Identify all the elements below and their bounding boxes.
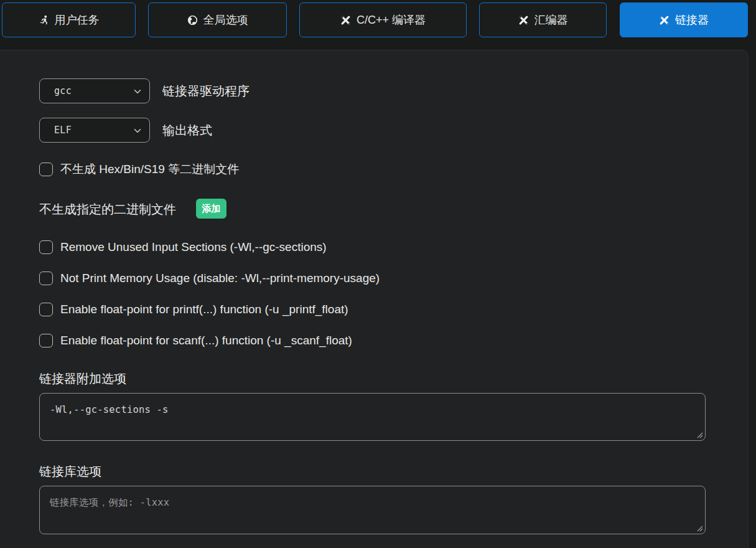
linker-driver-select[interactable]: gcc [39,78,150,103]
printf-float-label: Enable float-point for printf(...) funct… [60,301,348,318]
no-binary-checkbox-label: 不生成 Hex/Bin/S19 等二进制文件 [60,161,239,177]
tab-global-options[interactable]: 全局选项 [148,2,287,37]
tab-linker[interactable]: 链接器 [620,2,748,37]
lib-options-label: 链接库选项 [39,463,101,479]
tools-icon [518,15,529,26]
tab-label: 用户任务 [55,12,100,27]
lib-options-input[interactable] [40,486,705,534]
tools-icon [659,15,670,26]
scanf-float-checkbox[interactable] [39,334,53,347]
linker-extra-options-label: 链接器附加选项 [39,371,126,387]
exclude-binary-label: 不生成指定的二进制文件 [39,201,176,217]
chevron-down-icon [133,126,142,136]
output-format-label: 输出格式 [162,122,212,138]
tab-label: 汇编器 [534,12,568,27]
chevron-down-icon [133,87,142,97]
printf-float-checkbox[interactable] [39,303,53,316]
linker-driver-value: gcc [54,85,72,97]
globe-icon [187,15,198,26]
linker-extra-options-input[interactable]: -Wl,--gc-sections -s [40,394,705,440]
tools-icon [340,15,351,26]
not-print-memory-usage-label: Not Print Memory Usage (disable: -Wl,--p… [60,270,380,286]
tab-label: 链接器 [675,12,709,27]
tab-user-tasks[interactable]: 用户任务 [2,2,136,37]
linker-extra-options-field: -Wl,--gc-sections -s [39,393,706,441]
output-format-value: ELF [54,125,72,136]
remove-unused-sections-checkbox[interactable] [39,240,53,254]
tab-label: 全局选项 [203,12,248,27]
output-format-select[interactable]: ELF [39,118,150,143]
add-button[interactable]: 添加 [196,199,226,219]
lib-options-field [39,486,706,534]
tab-c-cpp-compiler[interactable]: C/C++ 编译器 [299,2,467,37]
linker-driver-label: 链接器驱动程序 [162,83,250,99]
tab-label: C/C++ 编译器 [357,12,426,27]
tab-assembler[interactable]: 汇编器 [479,2,607,37]
not-print-memory-usage-checkbox[interactable] [39,272,53,285]
scanf-float-label: Enable float-point for scanf(...) functi… [60,333,352,349]
runner-icon [39,15,49,26]
remove-unused-sections-label: Remove Unused Input Sections (-Wl,--gc-s… [60,239,327,255]
no-binary-checkbox[interactable] [39,163,53,176]
